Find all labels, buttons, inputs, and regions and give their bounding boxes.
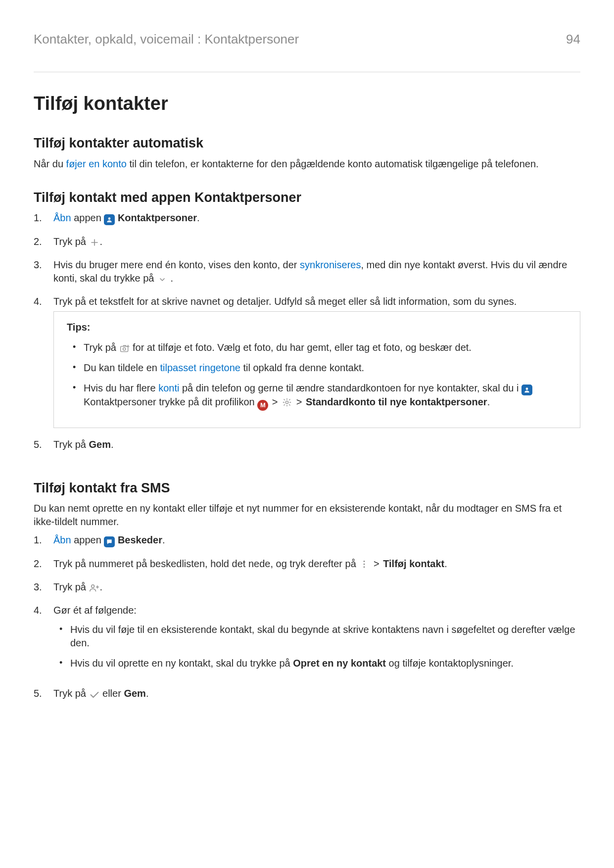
text: for at tilføje et foto. Vælg et foto, du… — [130, 342, 472, 353]
text: Tryk på — [53, 236, 89, 247]
substeps: Hvis du vil føje til en eksisterende kon… — [53, 623, 580, 677]
messages-app-icon — [104, 536, 115, 547]
camera-add-icon — [119, 343, 130, 354]
text: . — [146, 688, 149, 699]
steps-sms: 1. Åbn appen Beskeder. 2. Tryk på nummer… — [34, 533, 580, 710]
section-heading-app: Tilføj kontakt med appen Kontaktpersoner — [34, 189, 580, 206]
link-open[interactable]: Åbn — [53, 534, 71, 545]
svg-point-9 — [364, 561, 365, 562]
page-header: Kontakter, opkald, voicemail : Kontaktpe… — [34, 31, 580, 48]
bold-text: Standardkonto til nye kontaktpersoner — [306, 396, 487, 407]
text: . — [111, 439, 114, 450]
svg-rect-3 — [120, 346, 128, 352]
bold-text: Gem — [124, 688, 145, 699]
text: Tryk på nummeret på beskedlisten, hold d… — [53, 558, 359, 569]
text: . — [197, 212, 200, 223]
tips-box: Tips: Tryk på for at tilføje et foto. Væ… — [53, 311, 580, 428]
page-number: 94 — [566, 31, 580, 48]
gear-icon — [282, 397, 292, 408]
tips-item: Hvis du har flere konti på din telefon o… — [67, 382, 569, 418]
text: Tryk på — [53, 688, 89, 699]
step-item: 1. Åbn appen Kontaktpersoner. — [34, 211, 580, 235]
steps-app: 1. Åbn appen Kontaktpersoner. 2. Tryk på… — [34, 211, 580, 461]
svg-point-12 — [91, 585, 94, 588]
tips-item: Tryk på for at tilføje et foto. Vælg et … — [67, 341, 569, 361]
step-item: 3. Hvis du bruger mere end én konto, vis… — [34, 258, 580, 295]
contacts-app-icon — [521, 385, 532, 395]
step-item: 2. Tryk på nummeret på beskedlisten, hol… — [34, 557, 580, 580]
text: eller — [100, 688, 124, 699]
document-page: Kontakter, opkald, voicemail : Kontaktpe… — [0, 0, 614, 868]
text: til opkald fra denne kontakt. — [240, 362, 364, 373]
step-number: 1. — [34, 533, 47, 547]
plus-icon — [89, 237, 100, 248]
step-number: 3. — [34, 580, 47, 594]
text: Kontaktpersoner trykke på dit profilikon — [84, 396, 257, 407]
text: . — [444, 558, 447, 569]
text: appen — [71, 534, 104, 545]
text: og tilføje kontaktoplysninger. — [386, 658, 514, 669]
text: appen — [71, 212, 104, 223]
step-item: 1. Åbn appen Beskeder. — [34, 533, 580, 557]
svg-point-7 — [526, 388, 528, 390]
text: . — [168, 273, 173, 284]
text: Du kan tildele en — [84, 362, 160, 373]
svg-point-8 — [285, 401, 288, 404]
check-icon — [89, 689, 100, 700]
chevron-down-icon — [157, 274, 168, 285]
step-item: 3. Tryk på . — [34, 580, 580, 604]
step-number: 4. — [34, 295, 47, 308]
step-item: 4. Gør ét af følgende: Hvis du vil føje … — [34, 604, 580, 687]
text: Hvis du vil oprette en ny kontakt, skal … — [70, 658, 293, 669]
profile-initial-icon: M — [257, 400, 268, 411]
section-heading-sms: Tilføj kontakt fra SMS — [34, 479, 580, 497]
svg-point-0 — [108, 218, 111, 220]
text: . — [100, 581, 103, 592]
app-name-contacts: Kontaktpersoner — [118, 212, 197, 223]
chevron-sep: > — [269, 396, 281, 407]
step-number: 2. — [34, 235, 47, 248]
text: Tryk på — [53, 581, 89, 592]
step-number: 1. — [34, 211, 47, 225]
text: Hvis du har flere — [84, 383, 158, 393]
text: Gør ét af følgende: — [53, 605, 137, 616]
text: . — [162, 534, 165, 545]
step-item: 4. Tryk på et tekstfelt for at skrive na… — [34, 295, 580, 438]
step-item: 5. Tryk på eller Gem. — [34, 687, 580, 710]
link-accounts[interactable]: konti — [158, 383, 179, 393]
text: . — [487, 396, 490, 407]
svg-point-4 — [123, 348, 125, 350]
text: Tryk på et tekstfelt for at skrive navne… — [53, 296, 517, 307]
link-add-account[interactable]: føjer en konto — [66, 158, 127, 169]
text: . — [100, 236, 103, 247]
step-item: 2. Tryk på . — [34, 235, 580, 258]
step-number: 3. — [34, 258, 47, 272]
paragraph-sms-intro: Du kan nemt oprette en ny kontakt eller … — [34, 502, 580, 529]
page-title: Tilføj kontakter — [34, 91, 580, 116]
link-ringtone[interactable]: tilpasset ringetone — [160, 362, 240, 373]
bold-text: Opret en ny kontakt — [293, 658, 386, 669]
tips-item: Du kan tildele en tilpasset ringetone ti… — [67, 361, 569, 382]
svg-point-11 — [364, 567, 365, 568]
text: Tryk på — [84, 342, 119, 353]
text: Hvis du bruger mere end én konto, vises … — [53, 259, 300, 270]
more-vert-icon — [359, 559, 370, 570]
header-rule — [34, 72, 580, 72]
substep-item: Hvis du vil oprette en ny kontakt, skal … — [53, 657, 580, 677]
text: til din telefon, er kontakterne for den … — [127, 158, 539, 169]
step-number: 4. — [34, 604, 47, 617]
person-add-icon — [89, 582, 100, 593]
step-number: 2. — [34, 557, 47, 571]
tips-list: Tryk på for at tilføje et foto. Vælg et … — [67, 341, 569, 418]
tips-label: Tips: — [67, 321, 569, 334]
text: på din telefon og gerne til ændre standa… — [179, 383, 521, 393]
app-name-messages: Beskeder — [118, 534, 162, 545]
step-number: 5. — [34, 438, 47, 451]
link-sync[interactable]: synkroniseres — [300, 259, 361, 270]
bold-text: Gem — [89, 439, 111, 450]
step-number: 5. — [34, 687, 47, 700]
link-open[interactable]: Åbn — [53, 212, 71, 223]
substep-item: Hvis du vil føje til en eksisterende kon… — [53, 623, 580, 657]
breadcrumb: Kontakter, opkald, voicemail : Kontaktpe… — [34, 31, 299, 48]
section-heading-auto: Tilføj kontakter automatisk — [34, 134, 580, 152]
